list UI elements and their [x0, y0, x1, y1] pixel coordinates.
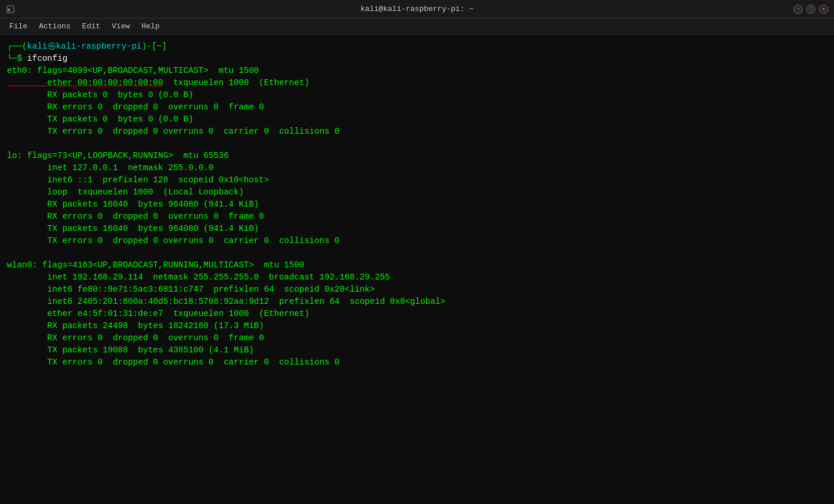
- menu-help[interactable]: Help: [137, 20, 164, 32]
- menu-edit[interactable]: Edit: [78, 20, 105, 32]
- svg-text:▣: ▣: [8, 7, 10, 12]
- titlebar-left: ▣: [6, 5, 15, 14]
- window-title: kali@kali-raspberry-pi: ~: [360, 5, 473, 13]
- menu-file[interactable]: File: [5, 20, 32, 32]
- minimize-button[interactable]: −: [793, 5, 803, 14]
- titlebar: ▣ kali@kali-raspberry-pi: ~ − □ ✕: [0, 0, 834, 19]
- terminal-icon: ▣: [6, 5, 15, 14]
- terminal-output: ┌──(kali㉿kali-raspberry-pi)-[~] └─$ ifco…: [7, 41, 827, 369]
- menu-actions[interactable]: Actions: [34, 20, 75, 32]
- menu-view[interactable]: View: [107, 20, 134, 32]
- maximize-button[interactable]: □: [806, 5, 815, 14]
- window-controls: − □ ✕: [793, 5, 828, 14]
- close-button[interactable]: ✕: [819, 5, 828, 14]
- terminal-area[interactable]: ┌──(kali㉿kali-raspberry-pi)-[~] └─$ ifco…: [0, 35, 834, 504]
- menubar: File Actions Edit View Help: [0, 19, 834, 35]
